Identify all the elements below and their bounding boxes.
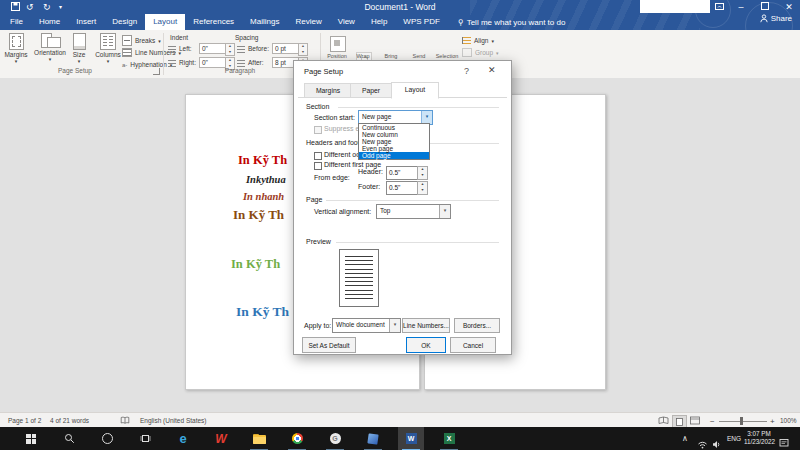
- spacing-before-input[interactable]: 0 pt: [272, 43, 300, 54]
- orientation-button[interactable]: Orientation▾: [32, 33, 68, 61]
- language-tray-indicator[interactable]: ENG: [727, 435, 741, 442]
- combo-arrow-icon[interactable]: ▾: [389, 319, 400, 332]
- dialog-help-button[interactable]: ?: [464, 66, 469, 76]
- volume-icon[interactable]: [712, 435, 722, 450]
- tab-design[interactable]: Design: [104, 14, 145, 30]
- tab-wps-pdf[interactable]: WPS PDF: [395, 14, 447, 30]
- group-line: [338, 107, 499, 108]
- page-setup-dialog-launcher-icon[interactable]: [153, 68, 160, 75]
- file-explorer-button[interactable]: [246, 427, 272, 450]
- line-numbers-button[interactable]: Line Numbers...: [402, 318, 450, 333]
- zoom-slider-handle[interactable]: [740, 417, 743, 425]
- dropdown-option-even-page[interactable]: Even page: [359, 145, 429, 152]
- cancel-button[interactable]: Cancel: [450, 337, 496, 353]
- dialog-tab-margins[interactable]: Margins: [304, 83, 352, 98]
- action-center-icon[interactable]: [779, 434, 789, 450]
- header-stepper[interactable]: ▲▼: [417, 166, 428, 180]
- tray-time: 3:07 PM: [744, 430, 774, 438]
- different-first-page-checkbox[interactable]: [314, 162, 322, 170]
- apply-to-combobox[interactable]: Whole document ▾: [332, 318, 401, 333]
- word-count[interactable]: 4 of 21 words: [50, 417, 89, 424]
- ribbon-display-options-icon[interactable]: [712, 2, 726, 13]
- different-first-page-label: Different first page: [324, 161, 381, 168]
- network-icon[interactable]: [697, 435, 708, 450]
- app-button[interactable]: [360, 427, 386, 450]
- tab-file[interactable]: File: [2, 14, 31, 30]
- size-button[interactable]: Size▾: [67, 33, 91, 63]
- dialog-close-button[interactable]: ✕: [488, 65, 496, 75]
- footer-input[interactable]: 0.5": [386, 181, 420, 195]
- combo-arrow-icon[interactable]: ▾: [439, 205, 450, 218]
- wps-button[interactable]: W: [208, 427, 234, 450]
- ok-button[interactable]: OK: [406, 337, 446, 353]
- set-as-default-button[interactable]: Set As Default: [302, 337, 356, 353]
- position-button[interactable]: [330, 36, 346, 52]
- tab-mailings[interactable]: Mailings: [242, 14, 287, 30]
- close-button[interactable]: ✕: [782, 2, 796, 12]
- indent-left-input[interactable]: 0": [199, 43, 227, 54]
- dropdown-option-new-column[interactable]: New column: [359, 131, 429, 138]
- document-text-line[interactable]: In Kỹ Th: [236, 304, 289, 320]
- tab-insert[interactable]: Insert: [68, 14, 104, 30]
- vertical-alignment-combobox[interactable]: Top ▾: [376, 204, 451, 219]
- tell-me-box[interactable]: ⚲ Tell me what you want to do: [458, 14, 566, 30]
- language-indicator[interactable]: English (United States): [140, 417, 206, 424]
- footer-stepper[interactable]: ▲▼: [417, 181, 428, 195]
- dropdown-option-new-page[interactable]: New page: [359, 138, 429, 145]
- align-button[interactable]: Align▾: [462, 37, 494, 44]
- tab-references[interactable]: References: [185, 14, 242, 30]
- share-button[interactable]: Share: [760, 14, 792, 23]
- columns-button[interactable]: Columns▾: [92, 33, 124, 63]
- tab-home[interactable]: Home: [31, 14, 68, 30]
- windows-icon: [26, 434, 36, 444]
- breaks-button[interactable]: Breaks▾: [122, 35, 161, 46]
- task-view-icon: [140, 433, 151, 444]
- task-view-button[interactable]: [132, 427, 158, 450]
- word-taskbar-button[interactable]: W: [398, 427, 424, 450]
- tab-layout[interactable]: Layout: [145, 14, 185, 30]
- zoom-slider-track[interactable]: [719, 421, 767, 422]
- excel-taskbar-button[interactable]: X: [436, 427, 462, 450]
- spacing-before-stepper[interactable]: ▲▼: [298, 43, 308, 56]
- chrome-button[interactable]: [284, 427, 310, 450]
- dropdown-option-odd-page[interactable]: Odd page: [359, 152, 429, 159]
- dropdown-option-continuous[interactable]: Continuous: [359, 124, 429, 131]
- maximize-button[interactable]: [758, 2, 772, 12]
- dialog-tab-paper[interactable]: Paper: [350, 83, 392, 98]
- page-indicator[interactable]: Page 1 of 2: [8, 417, 41, 424]
- lightbulb-icon: ⚲: [458, 18, 464, 27]
- tray-expand-icon[interactable]: ∧: [682, 434, 688, 443]
- start-button[interactable]: [18, 427, 44, 450]
- web-layout-button[interactable]: [690, 416, 701, 425]
- document-text-line[interactable]: In Kỹ Th: [233, 207, 284, 223]
- zoom-in-button[interactable]: +: [770, 417, 775, 426]
- page-setup-group-label: Page Setup: [0, 67, 150, 74]
- zoom-level[interactable]: 100%: [780, 417, 797, 424]
- excel-icon: X: [444, 433, 455, 444]
- group-button[interactable]: Group▾: [462, 48, 499, 57]
- document-text-line[interactable]: In Kỹ Th: [238, 153, 287, 168]
- zoom-out-button[interactable]: −: [710, 417, 715, 426]
- google-app-button[interactable]: G: [322, 427, 348, 450]
- header-input[interactable]: 0.5": [386, 166, 420, 180]
- indent-left-stepper[interactable]: ▲▼: [225, 43, 235, 56]
- read-mode-button[interactable]: [658, 416, 669, 425]
- tab-help[interactable]: Help: [363, 14, 395, 30]
- different-odd-even-checkbox[interactable]: [314, 152, 322, 160]
- tab-review[interactable]: Review: [287, 14, 329, 30]
- minimize-button[interactable]: –: [734, 2, 748, 12]
- tab-view[interactable]: View: [330, 14, 363, 30]
- proofing-icon[interactable]: [120, 416, 130, 426]
- edge-button[interactable]: e: [170, 427, 196, 450]
- document-text-line[interactable]: In Kỹ Th: [231, 257, 280, 272]
- title-bar: ↺ ↻ ▾ Document1 - Word – ✕ File Home Ins…: [0, 0, 800, 30]
- borders-button[interactable]: Borders...: [454, 318, 500, 333]
- taskbar-search-button[interactable]: [56, 427, 82, 450]
- document-text-line[interactable]: Inkythua: [246, 174, 286, 185]
- dialog-tab-layout[interactable]: Layout: [391, 82, 439, 99]
- suppress-endnotes-checkbox[interactable]: [314, 126, 322, 134]
- clock[interactable]: 3:07 PM 11/23/2022: [744, 430, 774, 446]
- cortana-button[interactable]: [94, 427, 120, 450]
- margins-button[interactable]: Margins▾: [2, 33, 30, 63]
- document-text-line[interactable]: In nhanh: [243, 191, 284, 202]
